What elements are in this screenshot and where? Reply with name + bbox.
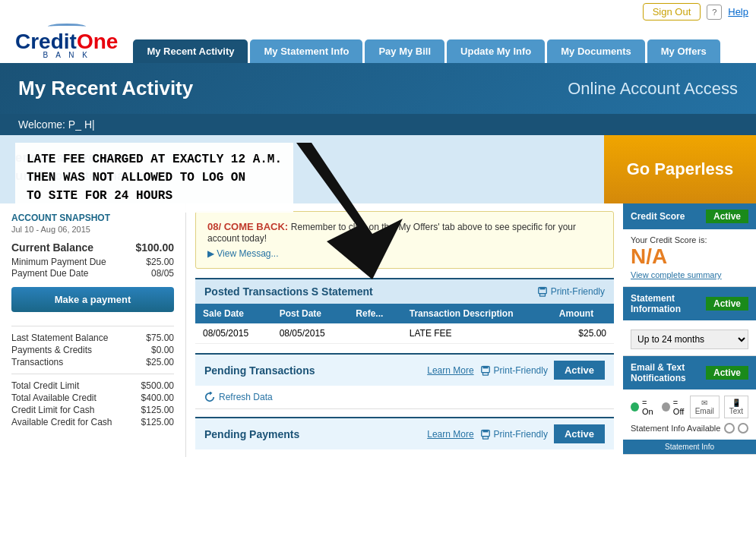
credit-score-label: Your Credit Score is: [631,235,748,244]
min-payment-label: Minimum Payment Due [11,257,106,267]
logo-swoosh [48,24,86,30]
tab-documents[interactable]: My Documents [547,39,644,63]
transactions-table: Sale Date Post Date Refe... Transaction … [195,304,614,344]
balance-label: Current Balance [11,241,93,254]
cell-amount: $25.00 [552,323,614,344]
view-message-link[interactable]: ▶ View Messag... [207,248,602,259]
pending-payments-actions: Learn More Print-Friendly Active [427,424,605,443]
avail-credit-row: Total Available Credit $400.00 [11,393,174,403]
balance-amount: $100.00 [135,241,174,254]
notifications-body: = On = Off ✉ Email 📱 Text [623,389,756,440]
min-payment-value: $25.00 [146,257,174,267]
notif-toggle-row: = On = Off ✉ Email 📱 Text [631,396,748,418]
col-ref: Refe... [348,304,401,323]
go-paperless-button[interactable]: Go Paperless [604,135,756,203]
top-bar: Sign Out ? Help [0,0,756,24]
tab-statement-info[interactable]: My Statement Info [250,39,362,63]
cash-limit-row: Credit Limit for Cash $125.00 [11,405,174,415]
credit-score-badge: Active [706,210,748,223]
logo-nav-area: CreditOne B A N K My Recent Activity My … [0,24,756,63]
due-date-label: Payment Due Date [11,268,88,279]
text-icon-box: 📱 Text [724,396,748,418]
due-date-value: 08/05 [151,268,174,279]
on-dot [631,402,639,412]
help-link[interactable]: Help [728,6,748,17]
alert-line2: THEN WAS NOT ALLOWED TO LOG ON [27,169,282,187]
radio-on[interactable] [738,423,748,434]
total-credit-value: $500.00 [141,380,174,391]
last-stmt-label: Last Statement Balance [11,333,108,343]
alert-line3: TO SITE FOR 24 HOURS [27,187,282,205]
radio-off[interactable] [724,423,735,434]
pending-print[interactable]: Print-Friendly [480,365,548,376]
statement-info-title: Statement Information [631,293,706,314]
email-icon: ✉ [695,399,714,407]
msg-date: 08/ [207,221,221,232]
pending-learn-more[interactable]: Learn More [427,365,473,376]
tab-update-info[interactable]: Update My Info [447,39,545,63]
svg-rect-5 [482,372,488,375]
pending-header: Pending Transactions Learn More Print-Fr… [195,353,614,386]
alert-overlay: LATE FEE CHARGED AT EXACTLY 12 A.M. THEN… [15,143,293,213]
avail-credit-label: Total Available Credit [11,393,96,403]
current-balance-row: Current Balance $100.00 [11,241,174,254]
last-stmt-value: $75.00 [146,333,174,343]
svg-rect-8 [482,436,488,439]
statement-months-select[interactable]: Up to 24 months [631,330,748,349]
welcome-bar: Welcome: P_ H| [0,114,756,135]
notif-icons: ✉ Email 📱 Text [690,396,748,418]
stmt-radio-group [724,423,748,434]
avail-credit-value: $400.00 [141,393,174,403]
statement-info-widget: Statement Information Active Up to 24 mo… [623,287,756,356]
view-summary-link[interactable]: View complete summary [631,270,722,279]
svg-rect-6 [482,365,488,368]
print-friendly-button[interactable]: Print-Friendly [537,286,605,297]
refresh-data-button[interactable]: Refresh Data [195,386,614,409]
stmt-info-footer[interactable]: Statement Info [623,440,756,454]
credit-score-title: Credit Score [631,211,685,222]
main-content: ACCOUNT SNAPSHOT Jul 10 - Aug 06, 2015 C… [0,203,756,457]
last-stmt-row: Last Statement Balance $75.00 [11,333,174,343]
cell-sale-date: 08/05/2015 [195,323,272,344]
transactions-header: Posted Transactions S Statement Print-Fr… [195,278,614,304]
due-date-row: Payment Due Date 08/05 [11,268,174,279]
right-panel: Credit Score Active Your Credit Score is… [623,203,756,457]
tab-offers[interactable]: My Offers [647,39,720,63]
cell-post-date: 08/05/2015 [272,323,349,344]
payments-print[interactable]: Print-Friendly [480,429,548,440]
main-nav: My Recent Activity My Statement Info Pay… [133,39,720,63]
payments-row: Payments & Credits $0.00 [11,345,174,355]
cash-limit-label: Credit Limit for Cash [11,405,94,415]
sign-out-button[interactable]: Sign Out [643,3,701,20]
pending-active-badge: Active [554,361,605,380]
alert-area: LATE FEE CHARGED AT EXACTLY 12 A.M. THEN… [0,135,756,203]
transactions-title: Posted Transactions S Statement [204,285,373,298]
notifications-title: Email & Text Notifications [631,362,706,383]
left-panel: ACCOUNT SNAPSHOT Jul 10 - Aug 06, 2015 C… [0,203,186,457]
help-icon-box: ? [707,5,722,20]
col-sale-date: Sale Date [195,304,272,323]
email-icon-box: ✉ Email [690,396,720,418]
credit-score-header: Credit Score Active [623,203,756,229]
payments-value: $0.00 [151,345,174,355]
statement-info-badge: Active [706,297,748,311]
col-post-date: Post Date [272,304,349,323]
notifications-header: Email & Text Notifications Active [623,356,756,389]
avail-cash-label: Available Credit for Cash [11,417,112,427]
tab-pay-bill[interactable]: Pay My Bill [365,39,444,63]
page-title: My Recent Activity [18,77,193,100]
tab-recent-activity[interactable]: My Recent Activity [133,39,248,63]
text-label: Text [729,407,743,415]
center-panel: 08/ COME BACK: Remember to click on the … [186,203,623,457]
alert-line1: LATE FEE CHARGED AT EXACTLY 12 A.M. [27,150,282,169]
transactions-label: Transactions [11,357,63,367]
credit-score-widget: Credit Score Active Your Credit Score is… [623,203,756,287]
payments-active-badge: Active [554,424,605,443]
avail-cash-value: $125.00 [141,417,174,427]
cell-ref [348,323,401,344]
total-credit-row: Total Credit Limit $500.00 [11,380,174,391]
statement-info-header: Statement Information Active [623,287,756,320]
payments-learn-more[interactable]: Learn More [427,429,473,440]
transactions-row: Transactions $25.00 [11,357,174,367]
make-payment-button[interactable]: Make a payment [11,287,174,312]
